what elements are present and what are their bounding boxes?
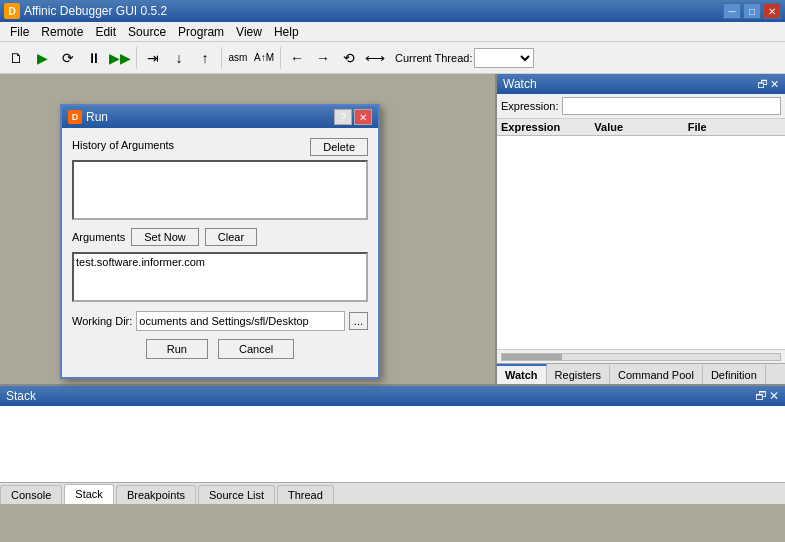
tb-layout-btn[interactable]: ⟷ xyxy=(363,46,387,70)
dialog-controls: ? ✕ xyxy=(334,109,372,125)
tb-forward-btn[interactable]: → xyxy=(311,46,335,70)
watch-table-header: Expression Value File xyxy=(497,119,785,136)
history-listbox[interactable] xyxy=(72,160,368,220)
menu-source[interactable]: Source xyxy=(122,23,172,41)
cancel-button[interactable]: Cancel xyxy=(218,339,294,359)
history-label: History of Arguments xyxy=(72,139,174,151)
tab-console[interactable]: Console xyxy=(0,485,62,504)
tb-separator-3 xyxy=(280,47,281,69)
tb-back-btn[interactable]: ← xyxy=(285,46,309,70)
col-file: File xyxy=(688,121,781,133)
delete-button[interactable]: Delete xyxy=(310,138,368,156)
dialog-overlay: D Run ? ✕ History of Arguments Delete xyxy=(0,74,495,384)
window-controls: ─ □ ✕ xyxy=(723,3,781,19)
left-panel: D Run ? ✕ History of Arguments Delete xyxy=(0,74,495,384)
menu-bar: File Remote Edit Source Program View Hel… xyxy=(0,22,785,42)
arguments-textarea[interactable]: test.software.informer.com xyxy=(72,252,368,302)
tb-pause-btn[interactable]: ⏸ xyxy=(82,46,106,70)
tb-run-btn[interactable]: ▶ xyxy=(30,46,54,70)
working-dir-row: Working Dir: ... xyxy=(72,311,368,331)
watch-expression-row: Expression: xyxy=(497,94,785,119)
clear-button[interactable]: Clear xyxy=(205,228,257,246)
main-area: D Run ? ✕ History of Arguments Delete xyxy=(0,74,785,384)
watch-panel: Watch 🗗 ✕ Expression: Expression Value F… xyxy=(495,74,785,384)
app-title: Affinic Debugger GUI 0.5.2 xyxy=(24,4,167,18)
tab-thread[interactable]: Thread xyxy=(277,485,334,504)
bottom-tabs: Console Stack Breakpoints Source List Th… xyxy=(0,482,785,504)
stack-close-button[interactable]: ✕ xyxy=(769,389,779,403)
close-button[interactable]: ✕ xyxy=(763,3,781,19)
tab-command-pool[interactable]: Command Pool xyxy=(610,364,703,384)
app-icon: D xyxy=(4,3,20,19)
dialog-close-button[interactable]: ✕ xyxy=(354,109,372,125)
dialog-body: History of Arguments Delete Arguments Se… xyxy=(62,128,378,377)
menu-remote[interactable]: Remote xyxy=(35,23,89,41)
expression-input[interactable] xyxy=(562,97,781,115)
scrollbar-thumb[interactable] xyxy=(502,354,562,360)
working-dir-label: Working Dir: xyxy=(72,315,132,327)
dialog-footer: Run Cancel xyxy=(72,339,368,367)
dialog-help-button[interactable]: ? xyxy=(334,109,352,125)
menu-help[interactable]: Help xyxy=(268,23,305,41)
stack-content xyxy=(0,406,785,482)
stack-title: Stack xyxy=(6,389,36,403)
tb-refresh-btn[interactable]: ⟲ xyxy=(337,46,361,70)
arguments-label: Arguments xyxy=(72,231,125,243)
menu-view[interactable]: View xyxy=(230,23,268,41)
tb-step-over-btn[interactable]: ⇥ xyxy=(141,46,165,70)
stack-restore-button[interactable]: 🗗 xyxy=(755,389,767,403)
tb-separator-1 xyxy=(136,47,137,69)
tab-registers[interactable]: Registers xyxy=(547,364,610,384)
tb-asm-btn[interactable]: asm xyxy=(226,46,250,70)
watch-close-button[interactable]: ✕ xyxy=(770,78,779,91)
run-dialog: D Run ? ✕ History of Arguments Delete xyxy=(60,104,380,379)
toolbar: 🗋 ▶ ⟳ ⏸ ▶▶ ⇥ ↓ ↑ asm A↑M ← → ⟲ ⟷ Current… xyxy=(0,42,785,74)
minimize-button[interactable]: ─ xyxy=(723,3,741,19)
tb-step-into-btn[interactable]: ↓ xyxy=(167,46,191,70)
watch-restore-button[interactable]: 🗗 xyxy=(757,78,768,91)
title-bar: D Affinic Debugger GUI 0.5.2 ─ □ ✕ xyxy=(0,0,785,22)
menu-edit[interactable]: Edit xyxy=(89,23,122,41)
bottom-area: Stack 🗗 ✕ Console Stack Breakpoints Sour… xyxy=(0,384,785,504)
tb-continue-btn[interactable]: ▶▶ xyxy=(108,46,132,70)
tb-restart-btn[interactable]: ⟳ xyxy=(56,46,80,70)
expression-label: Expression: xyxy=(501,100,558,112)
watch-title: Watch xyxy=(503,77,537,91)
tab-definition[interactable]: Definition xyxy=(703,364,766,384)
current-thread-label: Current Thread: xyxy=(395,52,472,64)
watch-panel-controls: 🗗 ✕ xyxy=(757,78,779,91)
tab-watch[interactable]: Watch xyxy=(497,364,547,384)
working-dir-input[interactable] xyxy=(136,311,345,331)
watch-title-bar: Watch 🗗 ✕ xyxy=(497,74,785,94)
tab-source-list[interactable]: Source List xyxy=(198,485,275,504)
watch-tabs: Watch Registers Command Pool Definition xyxy=(497,363,785,384)
tb-asm2-btn[interactable]: A↑M xyxy=(252,46,276,70)
browse-button[interactable]: ... xyxy=(349,312,368,330)
tab-breakpoints[interactable]: Breakpoints xyxy=(116,485,196,504)
maximize-button[interactable]: □ xyxy=(743,3,761,19)
dialog-title-bar: D Run ? ✕ xyxy=(62,106,378,128)
tb-separator-2 xyxy=(221,47,222,69)
current-thread-select[interactable] xyxy=(474,48,534,68)
watch-content xyxy=(497,136,785,349)
menu-file[interactable]: File xyxy=(4,23,35,41)
tb-new-btn[interactable]: 🗋 xyxy=(4,46,28,70)
tab-stack[interactable]: Stack xyxy=(64,484,114,504)
dialog-title: D Run xyxy=(68,110,108,124)
set-now-button[interactable]: Set Now xyxy=(131,228,199,246)
stack-title-bar: Stack 🗗 ✕ xyxy=(0,386,785,406)
col-value: Value xyxy=(594,121,687,133)
dialog-app-icon: D xyxy=(68,110,82,124)
tb-step-out-btn[interactable]: ↑ xyxy=(193,46,217,70)
watch-scrollbar[interactable] xyxy=(497,349,785,363)
menu-program[interactable]: Program xyxy=(172,23,230,41)
arguments-row: Arguments Set Now Clear xyxy=(72,228,368,246)
scrollbar-track[interactable] xyxy=(501,353,781,361)
run-button[interactable]: Run xyxy=(146,339,208,359)
col-expression: Expression xyxy=(501,121,594,133)
